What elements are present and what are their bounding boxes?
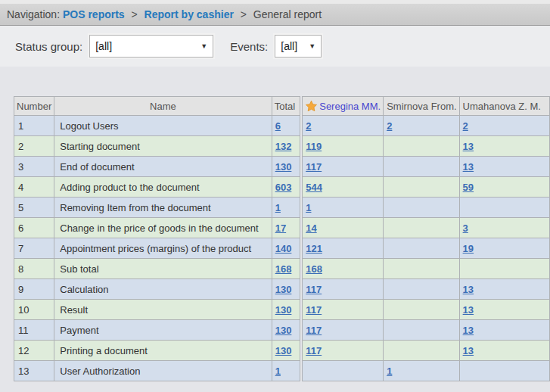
breadcrumb-separator: > [132, 8, 138, 20]
count-link[interactable]: 1 [275, 202, 281, 213]
count-link[interactable]: 121 [306, 243, 322, 254]
table-row: 12Printing a document130 [14, 341, 300, 361]
count-cell: 17 [272, 218, 300, 238]
left-table: NumberNameTotal 1Logout Users62Starting … [14, 96, 300, 381]
count-link[interactable]: 13 [463, 325, 474, 336]
count-cell: 1 [384, 361, 459, 381]
chevron-down-icon: ▼ [200, 42, 207, 50]
table-row: 1 [303, 361, 550, 381]
table-row: 11713 [303, 157, 550, 177]
event-name-cell: End of document [54, 157, 272, 177]
count-cell [384, 341, 459, 361]
status-group-label: Status group: [15, 40, 82, 53]
table-row: 11Payment130 [14, 320, 300, 341]
count-link[interactable]: 140 [275, 243, 292, 254]
count-cell: 13 [459, 320, 549, 341]
count-cell [459, 259, 549, 279]
breadcrumb-link-report-by-cashier[interactable]: Report by cashier [144, 8, 234, 20]
count-link[interactable]: 544 [306, 182, 322, 193]
breadcrumb-link-pos-reports[interactable]: POS reports [63, 8, 125, 20]
column-header-cashier: Smirnova From. [384, 97, 459, 116]
report-area: NumberNameTotal 1Logout Users62Starting … [0, 67, 550, 392]
count-link[interactable]: 117 [306, 161, 322, 173]
row-number-cell: 10 [14, 300, 54, 320]
count-link[interactable]: 117 [306, 345, 322, 356]
count-cell [384, 177, 459, 198]
star-icon [306, 101, 317, 111]
event-name-cell: Payment [54, 320, 272, 341]
count-link[interactable]: 1 [387, 366, 392, 377]
count-cell: 130 [272, 341, 300, 361]
breadcrumb-current-page: General report [253, 8, 322, 20]
column-header-name: Name [54, 97, 272, 116]
count-cell [384, 259, 459, 279]
count-link[interactable]: 3 [463, 222, 468, 234]
count-cell [384, 300, 459, 320]
count-link[interactable]: 13 [463, 284, 474, 295]
table-row: 11713 [303, 320, 550, 341]
count-cell [384, 238, 459, 259]
count-link[interactable]: 132 [275, 141, 292, 152]
count-link[interactable]: 2 [306, 120, 311, 132]
row-number-cell: 12 [14, 341, 54, 361]
count-link[interactable]: 130 [275, 345, 292, 356]
count-link[interactable]: 130 [275, 161, 292, 173]
count-link[interactable]: 603 [275, 182, 292, 193]
table-row: 11713 [303, 279, 550, 300]
row-number-cell: 2 [14, 136, 54, 157]
count-link[interactable]: 13 [463, 161, 474, 173]
count-link[interactable]: 2 [387, 120, 392, 132]
breadcrumb-separator: > [241, 8, 247, 20]
count-link[interactable]: 2 [463, 120, 468, 132]
count-link[interactable]: 1 [275, 366, 281, 377]
count-link[interactable]: 59 [463, 182, 474, 193]
event-name-cell: Printing a document [54, 341, 272, 361]
count-link[interactable]: 117 [306, 304, 322, 316]
count-cell [384, 279, 459, 300]
count-link[interactable]: 168 [275, 263, 292, 275]
row-number-cell: 4 [14, 177, 54, 198]
table-row: 11913 [303, 136, 550, 157]
cashier-name: Seregina MM. [319, 101, 381, 112]
event-name-cell: Change in the price of goods in the docu… [54, 218, 272, 238]
count-cell: 130 [272, 157, 300, 177]
count-link[interactable]: 13 [463, 141, 474, 152]
report-tables: NumberNameTotal 1Logout Users62Starting … [14, 96, 550, 381]
column-header-cashier[interactable]: Seregina MM. [303, 97, 384, 116]
count-link[interactable]: 130 [275, 325, 292, 336]
count-cell: 132 [272, 136, 300, 157]
count-link[interactable]: 19 [463, 243, 474, 254]
count-link[interactable]: 13 [463, 345, 474, 356]
count-cell: 168 [272, 259, 300, 279]
row-number-cell: 3 [14, 157, 54, 177]
table-row: 143 [303, 218, 550, 238]
count-link[interactable]: 130 [275, 304, 292, 316]
cashier-table: Seregina MM.Smirnova From.Umahanova Z. M… [302, 96, 550, 381]
count-link[interactable]: 117 [306, 325, 322, 336]
count-link[interactable]: 6 [275, 120, 281, 132]
count-link[interactable]: 117 [306, 284, 322, 295]
count-cell: 19 [459, 238, 549, 259]
event-name-cell: Removing Item from the document [54, 198, 272, 218]
row-number-cell: 13 [14, 361, 54, 381]
count-link[interactable]: 1 [306, 202, 311, 213]
event-name-cell: Starting document [54, 136, 272, 157]
column-header-total: Total [272, 97, 300, 116]
count-link[interactable]: 130 [275, 284, 292, 295]
count-cell [384, 198, 459, 218]
count-cell [384, 157, 459, 177]
row-number-cell: 6 [14, 218, 54, 238]
table-row: 12119 [303, 238, 550, 259]
events-select[interactable]: [all] ▼ [275, 35, 322, 58]
row-number-cell: 11 [14, 320, 54, 341]
count-link[interactable]: 14 [306, 222, 316, 234]
count-link[interactable]: 13 [463, 304, 474, 316]
count-link[interactable]: 168 [306, 263, 322, 275]
count-link[interactable]: 17 [275, 222, 286, 234]
row-number-cell: 1 [14, 116, 54, 136]
table-row: 13User Authorization1 [14, 361, 300, 381]
count-link[interactable]: 119 [306, 141, 322, 152]
chevron-down-icon: ▼ [309, 42, 315, 50]
status-group-select[interactable]: [all] ▼ [89, 35, 213, 58]
column-header-number: Number [14, 97, 54, 116]
